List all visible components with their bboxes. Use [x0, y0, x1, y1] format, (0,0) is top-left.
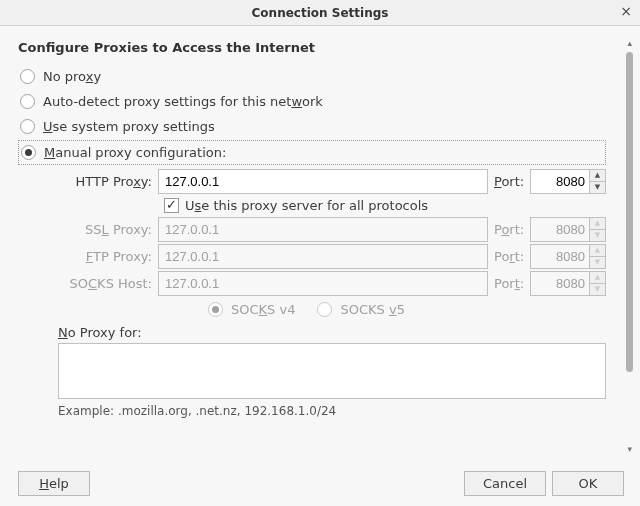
ssl-proxy-label: SSL Proxy:: [58, 222, 158, 237]
no-proxy-textarea[interactable]: [58, 343, 606, 399]
no-proxy-section: No Proxy for: Example: .mozilla.org, .ne…: [58, 325, 606, 418]
checkbox-icon: [164, 198, 179, 213]
ftp-proxy-label: FTP Proxy:: [58, 249, 158, 264]
proxy-grid: HTTP Proxy: Port: ▲ ▼ Use this proxy ser…: [58, 169, 606, 317]
window-title: Connection Settings: [252, 6, 389, 20]
socks-version-row: SOCKS v4 SOCKS v5: [208, 302, 606, 317]
titlebar: Connection Settings ×: [0, 0, 640, 26]
ftp-port-input: [530, 244, 590, 269]
radio-auto-detect[interactable]: Auto-detect proxy settings for this netw…: [18, 90, 606, 113]
no-proxy-example: Example: .mozilla.org, .net.nz, 192.168.…: [58, 404, 606, 418]
socks-host-label: SOCKS Host:: [58, 276, 158, 291]
spinner-up-icon: ▲: [590, 245, 605, 257]
ssl-proxy-input: [158, 217, 488, 242]
ssl-port-input: [530, 217, 590, 242]
radio-label: No proxy: [43, 69, 101, 84]
radio-socks-v4: [208, 302, 223, 317]
checkbox-label: Use this proxy server for all protocols: [185, 198, 428, 213]
spinner-down-icon: ▼: [590, 284, 605, 295]
scroll-down-icon[interactable]: ▾: [627, 444, 632, 454]
http-port-spinner: ▲ ▼: [590, 169, 606, 194]
scrollbar[interactable]: [625, 52, 635, 442]
ssl-port-spinner: ▲ ▼: [590, 217, 606, 242]
ftp-proxy-row: FTP Proxy: Port: ▲ ▼: [58, 244, 606, 269]
ftp-proxy-input: [158, 244, 488, 269]
ftp-port-label: Port:: [494, 249, 530, 264]
radio-label: Auto-detect proxy settings for this netw…: [43, 94, 323, 109]
radio-system-proxy[interactable]: Use system proxy settings: [18, 115, 606, 138]
spinner-up-icon: ▲: [590, 272, 605, 284]
close-icon[interactable]: ×: [618, 4, 634, 20]
spinner-up-icon: ▲: [590, 218, 605, 230]
spinner-down-icon: ▼: [590, 257, 605, 268]
radio-icon: [21, 145, 36, 160]
content: Configure Proxies to Access the Internet…: [18, 40, 624, 418]
ftp-port-spinner: ▲ ▼: [590, 244, 606, 269]
page-title: Configure Proxies to Access the Internet: [18, 40, 606, 55]
help-button[interactable]: Help: [18, 471, 90, 496]
socks-port-spinner: ▲ ▼: [590, 271, 606, 296]
socks-host-input: [158, 271, 488, 296]
use-proxy-all-row[interactable]: Use this proxy server for all protocols: [164, 198, 606, 213]
radio-label: Manual proxy configuration:: [44, 145, 226, 160]
radio-icon: [20, 69, 35, 84]
radio-manual-proxy[interactable]: Manual proxy configuration:: [18, 140, 606, 165]
ssl-proxy-row: SSL Proxy: Port: ▲ ▼: [58, 217, 606, 242]
http-proxy-row: HTTP Proxy: Port: ▲ ▼: [58, 169, 606, 194]
socks-host-row: SOCKS Host: Port: ▲ ▼: [58, 271, 606, 296]
dialog-body: ▴ ▾ Configure Proxies to Access the Inte…: [0, 26, 640, 506]
socks-port-label: Port:: [494, 276, 530, 291]
button-row: Help Cancel OK: [18, 471, 624, 496]
ssl-port-label: Port:: [494, 222, 530, 237]
http-proxy-input[interactable]: [158, 169, 488, 194]
socks-v5-label: SOCKS v5: [340, 302, 404, 317]
no-proxy-label: No Proxy for:: [58, 325, 606, 340]
radio-icon: [20, 119, 35, 134]
spinner-up-icon[interactable]: ▲: [590, 170, 605, 182]
scrollbar-thumb[interactable]: [626, 52, 633, 372]
ok-button[interactable]: OK: [552, 471, 624, 496]
socks-v4-label: SOCKS v4: [231, 302, 295, 317]
radio-socks-v5: [317, 302, 332, 317]
socks-port-input: [530, 271, 590, 296]
radio-label: Use system proxy settings: [43, 119, 215, 134]
scroll-up-icon[interactable]: ▴: [627, 38, 632, 48]
spinner-down-icon: ▼: [590, 230, 605, 241]
radio-icon: [20, 94, 35, 109]
spinner-down-icon[interactable]: ▼: [590, 182, 605, 193]
http-proxy-label: HTTP Proxy:: [58, 174, 158, 189]
cancel-button[interactable]: Cancel: [464, 471, 546, 496]
http-port-input[interactable]: [530, 169, 590, 194]
http-port-label: Port:: [494, 174, 530, 189]
radio-no-proxy[interactable]: No proxy: [18, 65, 606, 88]
